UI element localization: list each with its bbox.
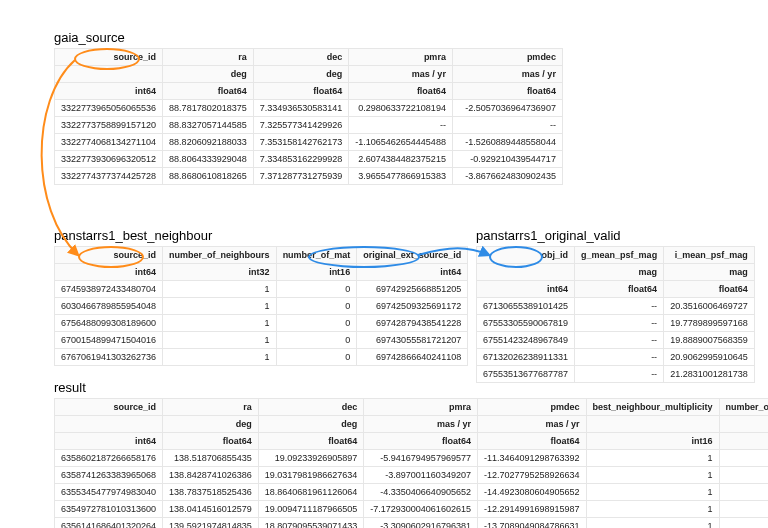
col-pmra: pmra: [349, 49, 453, 66]
neigh-source-id-highlight: [78, 246, 144, 268]
cell: 1: [586, 467, 719, 484]
cell: --: [452, 117, 562, 134]
cell: -4.3350406640905652: [364, 484, 478, 501]
cell: 67553513677687787: [477, 366, 575, 383]
cell: 139.5921974814835: [163, 518, 259, 529]
cell: 6355345477974983040: [55, 484, 163, 501]
cell: -12.7027795258926634: [477, 467, 586, 484]
unit-row: deg deg mas / yr mas / yr mag mag: [55, 416, 769, 433]
cell: 0: [276, 349, 357, 366]
cell: 0: [276, 281, 357, 298]
col-pmdec: pmdec: [452, 49, 562, 66]
table-row: 67459389724334807041069742925668851205: [55, 281, 468, 298]
cell: 1: [163, 298, 277, 315]
cell: 7.353158142762173: [253, 134, 349, 151]
type-row: int64 float64 float64 float64 float64: [55, 83, 563, 100]
cell: 21.2831001281738: [664, 366, 755, 383]
original-ext-source-id-highlight: [308, 246, 420, 268]
cell: 1: [586, 450, 719, 467]
cell: 0: [276, 298, 357, 315]
cell: 69742879438541228: [357, 315, 468, 332]
table-row: 67130655389101425--20.3516006469727: [477, 298, 755, 315]
cell: -11.3464091298763392: [477, 450, 586, 467]
table-row: 67132026238911331--20.9062995910645: [477, 349, 755, 366]
cell: -7.172930004061602615: [364, 501, 478, 518]
table-row: 332277437737442572888.86806108182657.371…: [55, 168, 563, 185]
table-row: 332277396505606553688.78178020183757.334…: [55, 100, 563, 117]
cell: 67551423248967849: [477, 332, 575, 349]
cell: 1: [163, 349, 277, 366]
obj-id-highlight: [489, 246, 543, 268]
cell: 0: [719, 501, 768, 518]
table-row: 67001548994715040161069743055581721207: [55, 332, 468, 349]
gaia-source-title: gaia_source: [54, 30, 125, 45]
cell: 20.9062995910645: [664, 349, 755, 366]
cell: 138.0414516012579: [163, 501, 259, 518]
table-row: 332277375889915712088.83270571445857.325…: [55, 117, 563, 134]
cell: --: [575, 366, 664, 383]
cell: 88.8680610818265: [163, 168, 254, 185]
cell: 69742509325691172: [357, 298, 468, 315]
cell: -3.897001160349207: [364, 467, 478, 484]
table-row: 332277406813427110488.82060921880337.353…: [55, 134, 563, 151]
gaia-source-table: source_id ra dec pmra pmdec deg deg mas …: [54, 48, 563, 185]
cell: 88.8206092188033: [163, 134, 254, 151]
cell: 3322773758899157120: [55, 117, 163, 134]
cell: 7.325577341429926: [253, 117, 349, 134]
cell: 19.0317981986627634: [258, 467, 364, 484]
cell: 3322773965056065536: [55, 100, 163, 117]
col-number-of-neighbours: number_of_neighbours: [163, 247, 277, 264]
cell: 0: [276, 315, 357, 332]
original-valid-title: panstarrs1_original_valid: [476, 228, 621, 243]
cell: 6756488099308189600: [55, 315, 163, 332]
cell: 0: [276, 332, 357, 349]
cell: 6030466789855954048: [55, 298, 163, 315]
table-row: 6358602187266658176138.51870685543519.09…: [55, 450, 769, 467]
cell: 88.7817802018375: [163, 100, 254, 117]
type-row: int64 float64 float64: [477, 281, 755, 298]
type-row: int64 float64 float64 float64 float64 in…: [55, 433, 769, 450]
cell: 6358602187266658176: [55, 450, 163, 467]
best-neighbour-title: panstarrs1_best_neighbour: [54, 228, 212, 243]
table-row: 332277393069632051288.80643339290487.334…: [55, 151, 563, 168]
cell: 88.8327057144585: [163, 117, 254, 134]
cell: 138.8428741026386: [163, 467, 259, 484]
cell: 3322773930696320512: [55, 151, 163, 168]
cell: 0: [719, 467, 768, 484]
table-row: 67553305590067819--19.7789899597168: [477, 315, 755, 332]
cell: 6354972781010313600: [55, 501, 163, 518]
col-dec: dec: [253, 49, 349, 66]
cell: --: [575, 298, 664, 315]
cell: 6700154899471504016: [55, 332, 163, 349]
table-row: 6356141686401320264139.592197481483518.8…: [55, 518, 769, 529]
cell: -13.7089049084786631: [477, 518, 586, 529]
cell: 19.09233926905897: [258, 450, 364, 467]
cell: -5.9416794957969577: [364, 450, 478, 467]
cell: 138.7837518525436: [163, 484, 259, 501]
cell: 69742925668851205: [357, 281, 468, 298]
cell: --: [575, 315, 664, 332]
cell: -12.2914991698915987: [477, 501, 586, 518]
cell: -2.5057036964736907: [452, 100, 562, 117]
cell: 0: [719, 484, 768, 501]
cell: 18.8640681961126064: [258, 484, 364, 501]
cell: 67132026238911331: [477, 349, 575, 366]
cell: -3.8676624830902435: [452, 168, 562, 185]
cell: 7.334936530583141: [253, 100, 349, 117]
header-row: source_id ra dec pmra pmdec best_neighbo…: [55, 399, 769, 416]
cell: -1.5260889448558044: [452, 134, 562, 151]
cell: 1: [163, 281, 277, 298]
cell: 69742866640241108: [357, 349, 468, 366]
cell: 6356141686401320264: [55, 518, 163, 529]
cell: 7.371287731275939: [253, 168, 349, 185]
cell: 1: [163, 332, 277, 349]
table-row: 6358741263383965068138.842874102638619.0…: [55, 467, 769, 484]
cell: 6745938972433480704: [55, 281, 163, 298]
cell: -0.929210439544717: [452, 151, 562, 168]
cell: 19.7789899597168: [664, 315, 755, 332]
cell: --: [575, 349, 664, 366]
cell: --: [575, 332, 664, 349]
cell: 20.3516006469727: [664, 298, 755, 315]
table-row: 67564880993081896001069742879438541228: [55, 315, 468, 332]
cell: 0: [719, 450, 768, 467]
